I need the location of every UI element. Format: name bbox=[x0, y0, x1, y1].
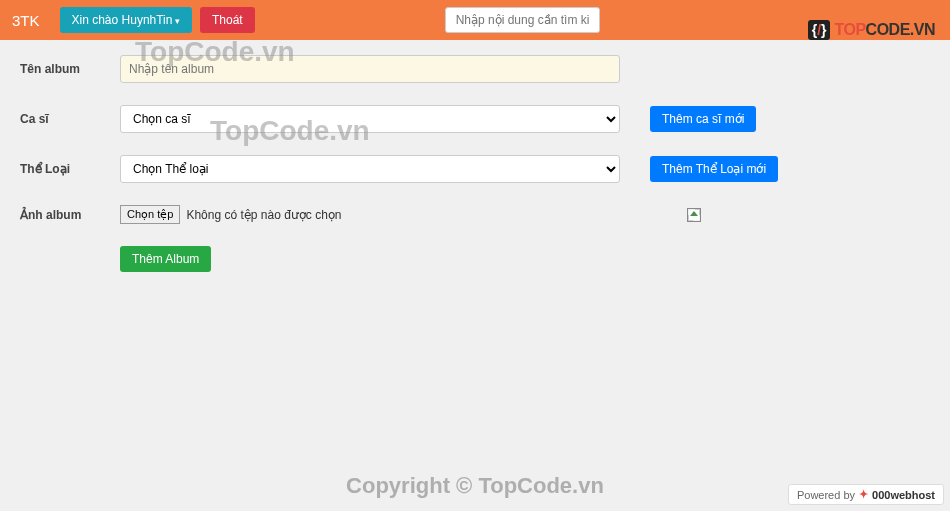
flame-icon: ✦ bbox=[859, 488, 868, 501]
row-submit: Thêm Album bbox=[20, 246, 930, 272]
row-genre: Thể Loại Chọn Thể loại Thêm Thể Loại mới bbox=[20, 155, 930, 183]
add-genre-button[interactable]: Thêm Thể Loại mới bbox=[650, 156, 778, 182]
add-singer-button[interactable]: Thêm ca sĩ mới bbox=[650, 106, 756, 132]
album-name-input[interactable] bbox=[120, 55, 620, 83]
powered-brand: 000webhost bbox=[872, 489, 935, 501]
singer-label: Ca sĩ bbox=[20, 112, 120, 126]
user-greeting-dropdown[interactable]: Xin chào HuynhTin bbox=[60, 7, 192, 33]
logout-button[interactable]: Thoát bbox=[200, 7, 255, 33]
broken-image-icon bbox=[687, 208, 701, 222]
album-form: Tên album Ca sĩ Chọn ca sĩ Thêm ca sĩ mớ… bbox=[0, 40, 950, 287]
choose-file-button[interactable]: Chọn tệp bbox=[120, 205, 180, 224]
site-logo: {/} TOPCODE.VN bbox=[808, 20, 935, 40]
logo-text: TOPCODE.VN bbox=[834, 21, 935, 39]
logo-badge-icon: {/} bbox=[808, 20, 831, 40]
image-label: Ảnh album bbox=[20, 208, 120, 222]
powered-by-badge: Powered by ✦ 000webhost bbox=[788, 484, 944, 505]
row-singer: Ca sĩ Chọn ca sĩ Thêm ca sĩ mới bbox=[20, 105, 930, 133]
search-input[interactable] bbox=[445, 7, 600, 33]
genre-label: Thể Loại bbox=[20, 162, 120, 176]
powered-prefix: Powered by bbox=[797, 489, 855, 501]
singer-select[interactable]: Chọn ca sĩ bbox=[120, 105, 620, 133]
genre-select[interactable]: Chọn Thể loại bbox=[120, 155, 620, 183]
album-name-label: Tên album bbox=[20, 62, 120, 76]
row-image: Ảnh album Chọn tệp Không có tệp nào được… bbox=[20, 205, 930, 224]
brand-title: 3TK bbox=[12, 12, 40, 29]
row-album-name: Tên album bbox=[20, 55, 930, 83]
file-status-text: Không có tệp nào được chọn bbox=[186, 208, 341, 222]
submit-button[interactable]: Thêm Album bbox=[120, 246, 211, 272]
nav-search-wrap bbox=[445, 7, 600, 33]
file-input-wrap: Chọn tệp Không có tệp nào được chọn bbox=[120, 205, 701, 224]
